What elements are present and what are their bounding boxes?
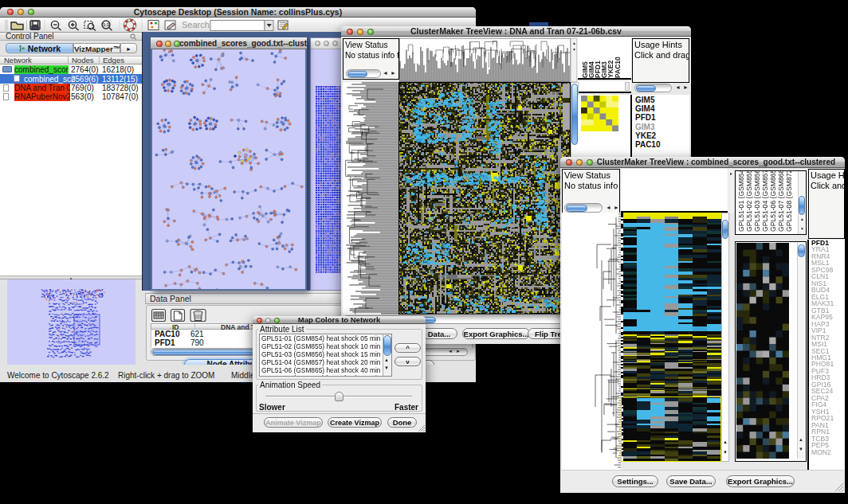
svg-text:1:1: 1:1: [103, 22, 109, 27]
svg-text:Search:: Search:: [182, 20, 212, 29]
